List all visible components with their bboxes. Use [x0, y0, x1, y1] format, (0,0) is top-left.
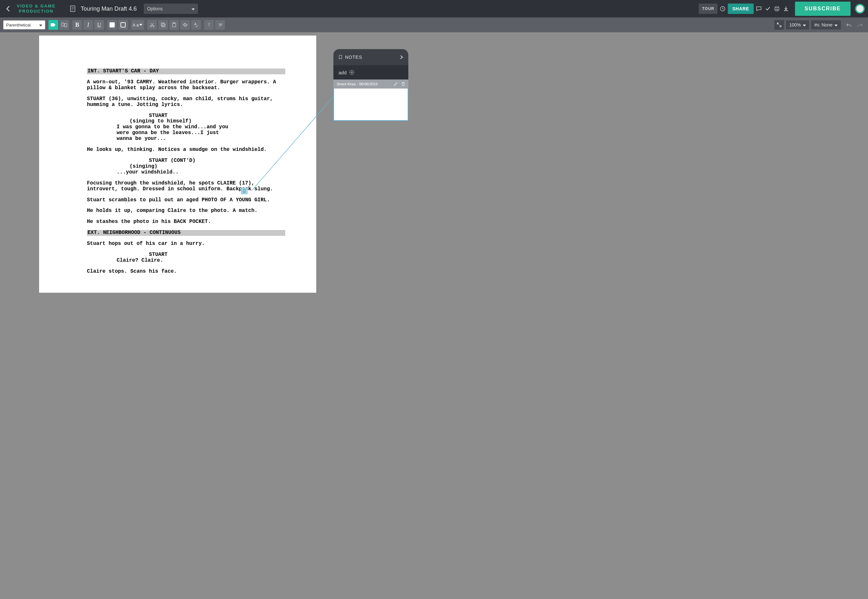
- zoom-dropdown[interactable]: 100%: [786, 20, 809, 29]
- svg-rect-5: [775, 6, 779, 8]
- plus-circle-icon: [349, 70, 354, 75]
- parenthetical[interactable]: (singing): [87, 164, 285, 170]
- svg-rect-15: [173, 23, 175, 24]
- comment-icon[interactable]: [754, 3, 763, 14]
- notes-panel-header[interactable]: NOTES: [333, 49, 408, 65]
- history-icon[interactable]: [718, 3, 727, 14]
- cut-button[interactable]: [147, 20, 157, 30]
- svg-point-11: [153, 26, 154, 27]
- fill-swatch-icon: [110, 22, 115, 27]
- note-meta: Shant Kiraz - 06/06/2019: [337, 82, 378, 86]
- facebook-share-icon[interactable]: f: [204, 20, 214, 30]
- underline-button[interactable]: U: [94, 20, 104, 30]
- chevron-down-icon: [803, 22, 806, 27]
- brand-title[interactable]: VIDEO & GAME PRODUCTION: [15, 3, 62, 14]
- scene-heading[interactable]: EXT. NEIGHBORHOOD - CONTINUOUS: [87, 230, 285, 236]
- svg-rect-8: [62, 23, 64, 26]
- notes-panel: NOTES add Shant Kiraz - 06/06/2019: [333, 49, 408, 121]
- subscribe-button[interactable]: SUBSCRIBE: [795, 2, 851, 16]
- notes-title: NOTES: [345, 54, 362, 60]
- edit-note-icon[interactable]: [393, 82, 398, 86]
- action-block[interactable]: Focusing through the windshield, he spot…: [87, 181, 285, 192]
- document-icon: [62, 6, 79, 12]
- action-block[interactable]: A worn-out, '93 CAMRY. Weathered interio…: [87, 80, 285, 91]
- action-block[interactable]: Claire stops. Scans his face.: [87, 269, 285, 275]
- bookmark-icon: [338, 55, 342, 59]
- workspace: INT. STUART'S CAR - DAY A worn-out, '93 …: [0, 32, 868, 599]
- action-block[interactable]: He looks up, thinking. Notices a smudge …: [87, 147, 285, 153]
- copy-button[interactable]: [158, 20, 168, 30]
- print-icon[interactable]: [772, 3, 781, 14]
- dialogue-block[interactable]: ...your windshield..: [87, 170, 236, 175]
- character-cue[interactable]: STUART: [87, 252, 285, 258]
- app-header: VIDEO & GAME PRODUCTION Touring Man Draf…: [0, 0, 868, 17]
- tag-tool-button[interactable]: [48, 20, 58, 30]
- note-card-body[interactable]: [333, 89, 408, 121]
- svg-rect-13: [162, 24, 165, 27]
- script-page[interactable]: INT. STUART'S CAR - DAY A worn-out, '93 …: [39, 36, 316, 293]
- text-case-button[interactable]: A a: [131, 20, 144, 30]
- brand-line2: PRODUCTION: [17, 9, 56, 14]
- action-block[interactable]: He holds it up, comparing Claire to the …: [87, 208, 285, 214]
- scene-numbers-value: #s: None: [814, 22, 832, 27]
- dual-dialog-button[interactable]: [59, 20, 69, 30]
- document-title[interactable]: Touring Man Draft 4.6: [79, 6, 144, 12]
- action-block[interactable]: He stashes the photo in his BACK POCKET.: [87, 219, 285, 225]
- brand-line1: VIDEO & GAME: [17, 3, 56, 9]
- element-type-label: Parenthetical: [6, 23, 31, 27]
- avatar[interactable]: [855, 4, 865, 14]
- approve-icon[interactable]: [763, 3, 772, 14]
- character-cue[interactable]: STUART (CONT'D): [87, 158, 285, 164]
- scene-heading[interactable]: INT. STUART'S CAR - DAY: [87, 68, 285, 74]
- add-note-button[interactable]: add: [333, 65, 408, 80]
- share-button[interactable]: SHARE: [728, 3, 754, 14]
- chevron-down-icon: [191, 6, 195, 11]
- action-block[interactable]: Stuart hops out of his car in a hurry.: [87, 241, 285, 247]
- italic-button[interactable]: I: [83, 20, 93, 30]
- fullscreen-button[interactable]: [774, 20, 784, 30]
- chevron-down-icon: [834, 22, 838, 27]
- stroke-swatch-icon: [120, 22, 126, 27]
- svg-rect-9: [65, 24, 67, 27]
- zoom-value: 100%: [789, 22, 801, 27]
- svg-rect-6: [775, 8, 779, 10]
- find-replace-button[interactable]: [180, 20, 190, 30]
- dialogue-block[interactable]: I was gonna to be the wind...and you wer…: [87, 124, 236, 142]
- parenthetical[interactable]: (singing to himself): [87, 119, 285, 124]
- paste-button[interactable]: [169, 20, 179, 30]
- spellcheck-button[interactable]: [191, 20, 201, 30]
- element-type-dropdown[interactable]: Parenthetical: [3, 20, 45, 29]
- formatting-toolbar: Parenthetical B I U A a: [0, 17, 868, 32]
- add-note-label: add: [338, 70, 347, 75]
- twitter-share-icon[interactable]: [215, 20, 225, 30]
- note-anchor-icon[interactable]: [241, 188, 247, 194]
- stroke-color-button[interactable]: [118, 20, 128, 30]
- scene-numbers-dropdown[interactable]: #s: None: [811, 20, 841, 29]
- chevron-right-icon[interactable]: [400, 55, 403, 59]
- dialogue-block[interactable]: Claire? Claire.: [87, 258, 236, 263]
- undo-button[interactable]: [844, 20, 854, 30]
- chevron-down-icon: [39, 23, 42, 27]
- options-dropdown[interactable]: Options: [144, 3, 198, 14]
- character-cue[interactable]: STUART: [87, 113, 285, 119]
- action-block[interactable]: Stuart scrambles to pull out an aged PHO…: [87, 197, 285, 203]
- action-block[interactable]: STUART (36), unwitting, cocky, man child…: [87, 96, 285, 108]
- bold-button[interactable]: B: [72, 20, 82, 30]
- back-button[interactable]: [0, 0, 15, 17]
- download-icon[interactable]: [781, 3, 790, 14]
- svg-point-10: [150, 26, 152, 27]
- svg-rect-12: [161, 23, 164, 26]
- redo-button[interactable]: [855, 20, 865, 30]
- tour-button[interactable]: TOUR: [699, 3, 718, 14]
- chevron-down-icon: [139, 24, 143, 27]
- note-card-header[interactable]: Shant Kiraz - 06/06/2019: [333, 80, 408, 89]
- options-label: Options: [147, 6, 162, 11]
- fill-color-button[interactable]: [107, 20, 117, 30]
- delete-note-icon[interactable]: [401, 82, 405, 86]
